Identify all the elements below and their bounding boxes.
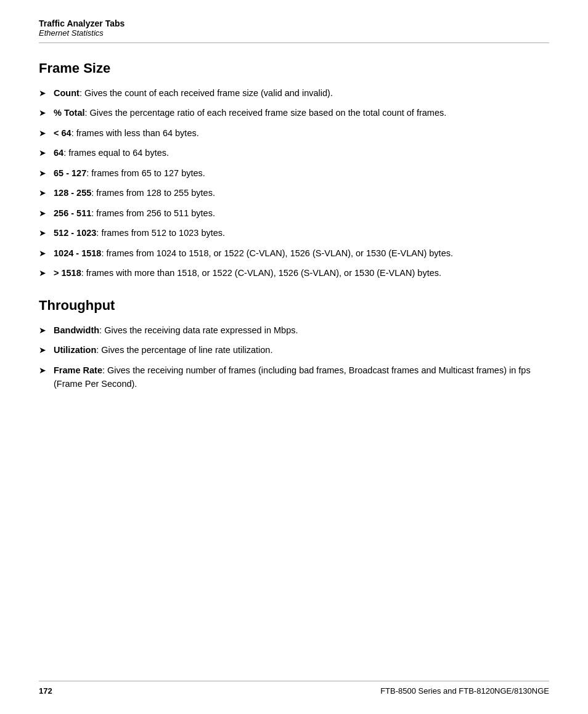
bullet-arrow-icon: ➤ [39,187,46,200]
list-item: ➤Bandwidth: Gives the receiving data rat… [39,323,549,337]
bullet-arrow-icon: ➤ [39,87,46,100]
bullet-text: 256 - 511: frames from 256 to 511 bytes. [54,206,549,220]
frame-size-heading: Frame Size [39,60,549,76]
bullet-text: > 1518: frames with more than 1518, or 1… [54,266,549,280]
list-item: ➤128 - 255: frames from 128 to 255 bytes… [39,186,549,200]
list-item: ➤64: frames equal to 64 bytes. [39,146,549,160]
list-item: ➤Frame Rate: Gives the receiving number … [39,363,549,391]
list-item: ➤Utilization: Gives the percentage of li… [39,343,549,357]
list-item: ➤% Total: Gives the percentage ratio of … [39,106,549,120]
bullet-arrow-icon: ➤ [39,167,46,180]
bullet-text: < 64: frames with less than 64 bytes. [54,126,549,140]
bullet-text: 65 - 127: frames from 65 to 127 bytes. [54,166,549,180]
bullet-text: % Total: Gives the percentage ratio of e… [54,106,549,120]
page-container: Traffic Analyzer Tabs Ethernet Statistic… [0,0,588,714]
bullet-arrow-icon: ➤ [39,267,46,280]
bullet-arrow-icon: ➤ [39,344,46,357]
bullet-arrow-icon: ➤ [39,207,46,220]
list-item: ➤> 1518: frames with more than 1518, or … [39,266,549,280]
list-item: ➤1024 - 1518: frames from 1024 to 1518, … [39,246,549,260]
list-item: ➤Count: Gives the count of each received… [39,86,549,100]
footer-section: 172 FTB-8500 Series and FTB-8120NGE/8130… [39,681,549,696]
bullet-arrow-icon: ➤ [39,247,46,260]
header-section: Traffic Analyzer Tabs Ethernet Statistic… [39,18,549,43]
bullet-arrow-icon: ➤ [39,107,46,120]
bullet-text: 64: frames equal to 64 bytes. [54,146,549,160]
bullet-text: Count: Gives the count of each received … [54,86,549,100]
footer-product: FTB-8500 Series and FTB-8120NGE/8130NGE [380,686,549,696]
bullet-arrow-icon: ➤ [39,364,46,377]
bullet-arrow-icon: ➤ [39,324,46,337]
list-item: ➤65 - 127: frames from 65 to 127 bytes. [39,166,549,180]
bullet-arrow-icon: ➤ [39,147,46,160]
list-item: ➤256 - 511: frames from 256 to 511 bytes… [39,206,549,220]
bullet-text: 128 - 255: frames from 128 to 255 bytes. [54,186,549,200]
bullet-text: 1024 - 1518: frames from 1024 to 1518, o… [54,246,549,260]
bullet-arrow-icon: ➤ [39,227,46,240]
bullet-text: Frame Rate: Gives the receiving number o… [54,363,549,391]
header-subtitle: Ethernet Statistics [39,28,549,38]
throughput-section: Throughput ➤Bandwidth: Gives the receivi… [39,298,549,391]
throughput-heading: Throughput [39,298,549,314]
header-title: Traffic Analyzer Tabs [39,18,549,28]
bullet-text: Bandwidth: Gives the receiving data rate… [54,323,549,337]
throughput-list: ➤Bandwidth: Gives the receiving data rat… [39,323,549,391]
frame-size-list: ➤Count: Gives the count of each received… [39,86,549,280]
frame-size-section: Frame Size ➤Count: Gives the count of ea… [39,60,549,280]
bullet-text: Utilization: Gives the percentage of lin… [54,343,549,357]
page-number: 172 [39,686,52,696]
bullet-text: 512 - 1023: frames from 512 to 1023 byte… [54,226,549,240]
list-item: ➤< 64: frames with less than 64 bytes. [39,126,549,140]
list-item: ➤512 - 1023: frames from 512 to 1023 byt… [39,226,549,240]
bullet-arrow-icon: ➤ [39,127,46,140]
